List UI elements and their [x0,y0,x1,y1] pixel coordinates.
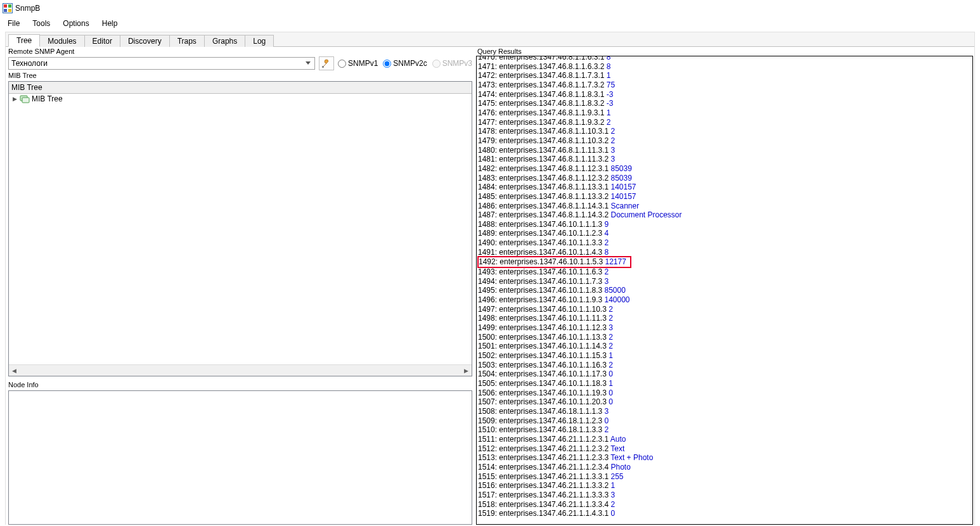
result-row[interactable]: 1511: enterprises.1347.46.21.1.1.2.3.1 A… [478,435,971,444]
result-row[interactable]: 1471: enterprises.1347.46.8.1.1.6.3.2 8 [478,62,971,72]
result-row[interactable]: 1505: enterprises.1347.46.10.1.1.18.3 1 [478,379,971,388]
result-oid: 1492: enterprises.1347.46.10.1.1.5.3 [479,257,605,266]
result-row[interactable]: 1489: enterprises.1347.46.10.1.1.2.3 4 [478,229,971,238]
result-row[interactable]: 1501: enterprises.1347.46.10.1.1.14.3 2 [478,342,971,351]
tab-editor[interactable]: Editor [84,35,120,47]
result-row[interactable]: 1477: enterprises.1347.46.8.1.1.9.3.2 2 [478,118,971,127]
snmp-version-group: SNMPv1 SNMPv2c SNMPv3 [338,59,472,68]
result-row[interactable]: 1482: enterprises.1347.46.8.1.1.12.3.1 8… [478,164,971,174]
right-column: Query Results 1470: enterprises.1347.46.… [475,47,974,525]
result-row[interactable]: 1490: enterprises.1347.46.10.1.1.3.3 2 [478,238,971,248]
result-row[interactable]: 1475: enterprises.1347.46.8.1.1.8.3.2 -3 [478,99,971,108]
menu-options[interactable]: Options [56,18,95,29]
svg-rect-2 [8,4,11,8]
agent-combo[interactable]: Технологи [8,57,315,70]
result-oid: 1478: enterprises.1347.46.8.1.1.10.3.1 [478,127,611,136]
result-row[interactable]: 1497: enterprises.1347.46.10.1.1.10.3 2 [478,305,971,314]
result-row[interactable]: 1483: enterprises.1347.46.8.1.1.12.3.2 8… [478,174,971,183]
result-oid: 1480: enterprises.1347.46.8.1.1.11.3.1 [478,146,611,155]
menu-file[interactable]: File [1,18,26,29]
result-row[interactable]: 1481: enterprises.1347.46.8.1.1.11.3.2 3 [478,155,971,164]
result-row[interactable]: 1488: enterprises.1347.46.10.1.1.1.3 9 [478,220,971,229]
result-row[interactable]: 1473: enterprises.1347.46.8.1.1.7.3.2 75 [478,80,971,90]
result-row[interactable]: 1485: enterprises.1347.46.8.1.1.13.3.2 1… [478,192,971,202]
result-value: 8 [604,248,609,257]
tree-column-header[interactable]: MIB Tree [9,82,472,94]
result-row[interactable]: 1496: enterprises.1347.46.10.1.1.9.3 140… [478,295,971,305]
result-row[interactable]: 1474: enterprises.1347.46.8.1.1.8.3.1 -3 [478,90,971,99]
result-row[interactable]: 1512: enterprises.1347.46.21.1.1.2.3.2 T… [478,444,971,454]
result-row[interactable]: 1502: enterprises.1347.46.10.1.1.15.3 1 [478,351,971,361]
tab-tree[interactable]: Tree [8,34,40,47]
result-value: 2 [609,314,613,323]
menu-tools[interactable]: Tools [26,18,56,29]
result-oid: 1481: enterprises.1347.46.8.1.1.11.3.2 [478,155,611,164]
result-row[interactable]: 1516: enterprises.1347.46.21.1.1.3.3.2 1 [478,481,971,491]
tab-discovery[interactable]: Discovery [120,35,170,47]
result-row[interactable]: 1515: enterprises.1347.46.21.1.1.3.3.1 2… [478,472,971,482]
result-value: 1 [609,351,613,360]
result-row[interactable]: 1480: enterprises.1347.46.8.1.1.11.3.1 3 [478,146,971,155]
result-row[interactable]: 1504: enterprises.1347.46.10.1.1.17.3 0 [478,369,971,379]
tab-traps[interactable]: Traps [169,35,205,47]
result-row[interactable]: 1507: enterprises.1347.46.10.1.1.20.3 0 [478,397,971,407]
result-row[interactable]: 1495: enterprises.1347.46.10.1.1.8.3 850… [478,286,971,295]
svg-rect-8 [22,98,29,103]
result-row[interactable]: 1486: enterprises.1347.46.8.1.1.14.3.1 S… [478,202,971,211]
agent-row: Технологи SNMPv1 [8,56,472,71]
result-row[interactable]: 1506: enterprises.1347.46.10.1.1.19.3 0 [478,388,971,398]
result-row[interactable]: 1478: enterprises.1347.46.8.1.1.10.3.1 2 [478,127,971,136]
result-row[interactable]: 1491: enterprises.1347.46.10.1.1.4.3 8 [478,248,971,257]
radio-snmpv1-label: SNMPv1 [348,59,378,68]
menu-help[interactable]: Help [96,18,124,29]
result-oid: 1505: enterprises.1347.46.10.1.1.18.3 [478,379,609,388]
result-row[interactable]: 1510: enterprises.1347.46.18.1.1.3.3 2 [478,425,971,435]
result-row[interactable]: 1519: enterprises.1347.46.21.1.1.4.3.1 0 [478,509,971,518]
result-row[interactable]: 1503: enterprises.1347.46.10.1.1.16.3 2 [478,361,971,370]
result-row[interactable]: 1476: enterprises.1347.46.8.1.1.9.3.1 1 [478,108,971,118]
result-oid: 1500: enterprises.1347.46.10.1.1.13.3 [478,333,609,342]
result-row[interactable]: 1493: enterprises.1347.46.10.1.1.6.3 2 [478,267,971,277]
result-oid: 1476: enterprises.1347.46.8.1.1.9.3.1 [478,108,607,117]
tree-root-label: MIB Tree [32,94,63,103]
scroll-right-icon[interactable]: ▶ [461,365,472,376]
result-row[interactable]: 1494: enterprises.1347.46.10.1.1.7.3 3 [478,277,971,286]
result-row[interactable]: 1508: enterprises.1347.46.18.1.1.1.3 3 [478,407,971,416]
radio-snmpv3-label: SNMPv3 [442,59,472,68]
result-oid: 1510: enterprises.1347.46.18.1.1.3.3 [478,425,604,434]
node-info-label: Node Info [8,380,472,389]
tree-root-node[interactable]: ▶ MIB Tree [9,94,472,104]
tab-modules[interactable]: Modules [39,35,84,47]
result-row[interactable]: 1498: enterprises.1347.46.10.1.1.11.3 2 [478,314,971,323]
result-oid: 1516: enterprises.1347.46.21.1.1.3.3.2 [478,481,611,490]
result-row[interactable]: 1514: enterprises.1347.46.21.1.1.2.3.4 P… [478,463,971,472]
tab-graphs[interactable]: Graphs [204,35,245,47]
horizontal-scrollbar[interactable]: ◀ ▶ [9,364,472,376]
result-row[interactable]: 1517: enterprises.1347.46.21.1.1.3.3.3 3 [478,491,971,500]
result-row[interactable]: 1472: enterprises.1347.46.8.1.1.7.3.1 1 [478,71,971,80]
scroll-left-icon[interactable]: ◀ [9,365,20,376]
result-row[interactable]: 1509: enterprises.1347.46.18.1.1.2.3 0 [478,416,971,426]
result-row[interactable]: 1470: enterprises.1347.46.8.1.1.6.3.1 8 [478,56,971,62]
result-value: 2 [604,267,609,276]
result-oid: 1508: enterprises.1347.46.18.1.1.1.3 [478,407,604,416]
agent-settings-button[interactable] [319,56,334,70]
radio-snmpv1[interactable]: SNMPv1 [338,59,378,68]
query-results-panel[interactable]: 1470: enterprises.1347.46.8.1.1.6.3.1 81… [476,56,973,525]
result-value: 3 [604,277,609,286]
result-row[interactable]: 1500: enterprises.1347.46.10.1.1.13.3 2 [478,333,971,342]
result-row[interactable]: 1499: enterprises.1347.46.10.1.1.12.3 3 [478,323,971,333]
result-row[interactable]: 1518: enterprises.1347.46.21.1.1.3.3.4 2 [478,500,971,510]
svg-rect-6 [322,66,324,68]
result-row[interactable]: 1487: enterprises.1347.46.8.1.1.14.3.2 D… [478,210,971,220]
result-row[interactable]: 1492: enterprises.1347.46.10.1.1.5.3 121… [478,257,971,267]
tree-expand-icon[interactable]: ▶ [11,96,18,102]
result-row[interactable]: 1479: enterprises.1347.46.8.1.1.10.3.2 2 [478,136,971,146]
radio-snmpv2c[interactable]: SNMPv2c [383,59,427,68]
mib-tree-label: MIB Tree [8,71,472,80]
result-row[interactable]: 1513: enterprises.1347.46.21.1.1.2.3.3 T… [478,453,971,463]
result-value: 2 [611,127,616,136]
tab-log[interactable]: Log [245,35,274,47]
result-oid: 1502: enterprises.1347.46.10.1.1.15.3 [478,351,609,360]
result-row[interactable]: 1484: enterprises.1347.46.8.1.1.13.3.1 1… [478,183,971,192]
